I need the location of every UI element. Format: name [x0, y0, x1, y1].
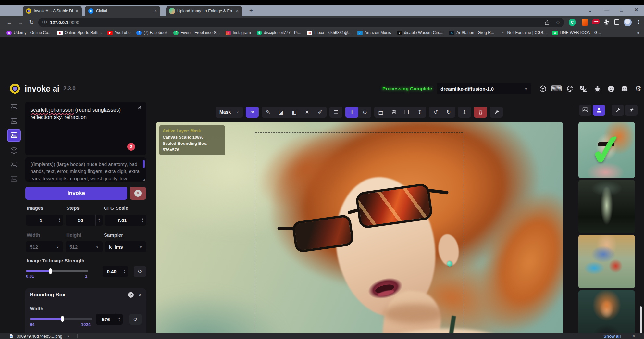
bookmarks-overflow-icon[interactable]: »	[637, 30, 639, 35]
canvas-settings-button[interactable]	[490, 107, 503, 118]
reload-icon[interactable]: ↻	[26, 19, 37, 26]
tab-post-processing[interactable]	[7, 158, 21, 171]
discord-icon[interactable]	[619, 83, 630, 94]
stepper-down-icon[interactable]: ▾	[142, 220, 143, 223]
sampler-select[interactable]: k_lms∨	[105, 241, 146, 252]
tab-civitai[interactable]: C Civitai ✕	[85, 6, 160, 16]
language-icon[interactable]	[578, 83, 589, 94]
download-filename[interactable]: 000979.40d74eb5....png	[17, 334, 62, 339]
width-select[interactable]: 512∨	[26, 241, 63, 252]
scrollbar-thumb[interactable]	[143, 160, 145, 168]
extension-orange-icon[interactable]	[582, 19, 588, 26]
unified-canvas[interactable]: Active Layer: Mask Canvas Scale: 108% Sc…	[156, 122, 563, 339]
height-select[interactable]: 512∨	[66, 241, 103, 252]
strength-stepper[interactable]: 0.40▴▾	[103, 266, 128, 277]
bookmark-fiverr[interactable]: fFiverr - Freelance S...	[171, 30, 222, 36]
settings-gear-icon[interactable]: ⚙	[633, 83, 644, 94]
redo-button[interactable]: ↻	[442, 107, 455, 118]
slider-handle[interactable]	[61, 316, 64, 322]
bookmark-inbox[interactable]: MInbox - klk56831@...	[305, 30, 353, 36]
collapse-icon[interactable]: ∧	[138, 292, 142, 297]
save-to-gallery-button[interactable]	[387, 107, 400, 118]
hotkeys-keyboard-icon[interactable]: ⌨	[551, 83, 562, 94]
show-all-link[interactable]: Show all	[604, 334, 621, 339]
bookmark-youtube[interactable]: ▶YouTube	[105, 30, 132, 36]
steps-stepper[interactable]: 50▴▾	[66, 215, 103, 226]
tab-text-to-image[interactable]	[7, 100, 21, 113]
bounding-box-header[interactable]: Bounding Box ? ∧	[25, 288, 146, 301]
bookmark-star-icon[interactable]: ☆	[556, 19, 560, 26]
negative-prompt-input[interactable]: ((implants)) (large boobs) nude bad anat…	[25, 157, 146, 182]
menu-icon[interactable]: ⋮	[636, 19, 641, 25]
adblock-plus-icon[interactable]: ABP	[592, 19, 600, 24]
download-chevron-icon[interactable]: ∧	[67, 334, 69, 338]
forward-icon[interactable]: →	[15, 19, 26, 26]
reset-view-button[interactable]: ⊙	[358, 107, 371, 118]
tab-close-icon[interactable]: ✕	[236, 9, 239, 13]
copy-to-clipboard-button[interactable]: ❐	[400, 107, 413, 118]
canvas-bounding-box[interactable]	[255, 132, 463, 339]
gallery-thumbnail-selected[interactable]: ✓	[578, 122, 635, 178]
brush-options-button[interactable]: ☰	[329, 107, 342, 118]
bookmark-instagram[interactable]: ○Instagram	[224, 30, 253, 36]
new-tab-button[interactable]: +	[249, 7, 253, 14]
bookmark-facebook[interactable]: f(7) Facebook	[134, 30, 169, 36]
cancel-button[interactable]: ✕	[130, 187, 146, 200]
undo-button[interactable]: ↺	[429, 107, 442, 118]
stepper-arrows[interactable]: ▴▾	[139, 215, 146, 226]
stepper-arrows[interactable]: ▴▾	[56, 215, 63, 226]
stepper-down-icon[interactable]: ▾	[124, 271, 125, 274]
gallery-thumbnail-2[interactable]	[578, 180, 635, 233]
report-bug-icon[interactable]	[592, 83, 603, 94]
bookmark-amazon-music[interactable]: ♪Amazon Music	[355, 30, 393, 36]
tab-nodes[interactable]	[7, 144, 21, 157]
mask-visibility-toggle[interactable]: ∞	[246, 107, 259, 118]
tab-upload-image[interactable]: ↑ Upload Image to Enlarge & Enha ✕	[166, 6, 242, 16]
gallery-person-button[interactable]	[593, 105, 605, 116]
stepper-arrows[interactable]: ▴▾	[121, 266, 128, 277]
slider-handle[interactable]	[49, 268, 52, 274]
download-image-button[interactable]: ↧	[413, 107, 426, 118]
address-bar[interactable]: ⓘ 127.0.0.1 :9090 ☆	[38, 18, 564, 27]
upload-image-button[interactable]: ↥	[458, 107, 471, 118]
cfg-scale-stepper[interactable]: 7.01▴▾	[105, 215, 146, 226]
tab-close-icon[interactable]: ✕	[154, 9, 157, 13]
bbox-width-stepper[interactable]: 576▴▾	[96, 314, 123, 325]
close-window-button[interactable]: ✕	[634, 7, 638, 13]
site-info-icon[interactable]: ⓘ	[42, 19, 47, 25]
pin-options-icon[interactable]	[137, 105, 142, 110]
gallery-thumbnail-3[interactable]	[578, 235, 635, 288]
tab-close-icon[interactable]: ✕	[75, 9, 79, 13]
stepper-arrows[interactable]: ▴▾	[116, 314, 123, 325]
tab-image-to-image[interactable]	[7, 115, 21, 128]
gallery-settings-wrench-button[interactable]	[612, 105, 624, 116]
strength-slider[interactable]	[26, 268, 88, 274]
resize-handle-icon[interactable]: ◢	[143, 178, 145, 181]
share-icon[interactable]	[544, 20, 550, 25]
tab-invokeai[interactable]: InvokeAI - A Stable Diffusion Too ✕	[23, 6, 82, 16]
tab-search-icon[interactable]: ⌄	[588, 7, 592, 13]
tab-training[interactable]	[7, 172, 21, 185]
extensions-puzzle-icon[interactable]	[603, 19, 610, 25]
back-icon[interactable]: ←	[4, 19, 15, 26]
profile-avatar[interactable]	[624, 19, 632, 26]
gallery-images-button[interactable]	[579, 105, 591, 116]
color-picker-tool[interactable]: ✐	[314, 107, 327, 118]
stepper-down-icon[interactable]: ▾	[118, 319, 120, 322]
eraser-tool[interactable]: ◪	[275, 107, 288, 118]
bbox-width-slider[interactable]	[30, 316, 92, 322]
brush-tool[interactable]: ✎	[262, 107, 275, 118]
bookmark-neil-fontaine[interactable]: ∞Neil Fontaine | CGS...	[498, 30, 549, 36]
fill-bounding-box-tool[interactable]: ◧	[288, 107, 301, 118]
maximize-button[interactable]: □	[620, 7, 623, 13]
move-tool[interactable]: ✛	[345, 107, 358, 118]
bookmark-udemy[interactable]: UUdemy - Online Co...	[5, 30, 54, 36]
extension-green-icon[interactable]: C	[569, 19, 576, 26]
shelf-close-icon[interactable]: ✕	[632, 333, 636, 339]
side-panel-icon[interactable]	[614, 19, 619, 25]
stepper-down-icon[interactable]: ▾	[98, 220, 100, 223]
help-icon[interactable]: ?	[128, 292, 134, 298]
model-manager-icon[interactable]	[537, 83, 548, 94]
merge-visible-button[interactable]: ▤	[374, 107, 387, 118]
bookmark-wacom[interactable]: Vdisable Wacom Circ...	[395, 30, 445, 36]
